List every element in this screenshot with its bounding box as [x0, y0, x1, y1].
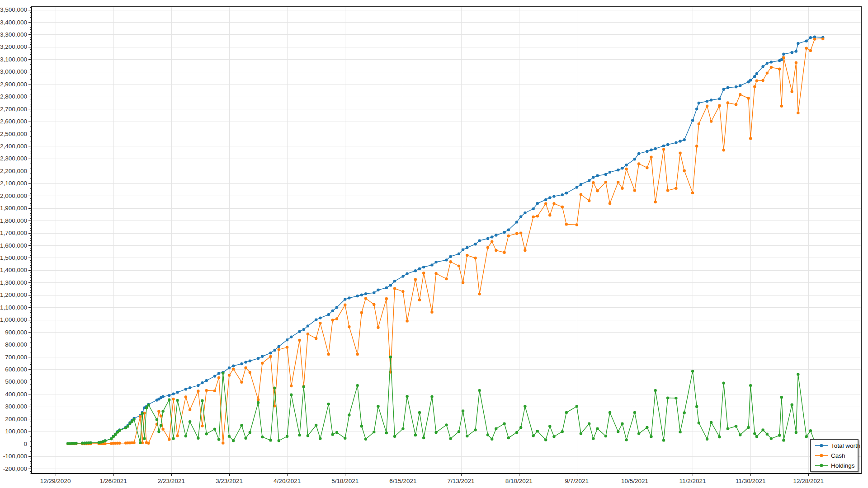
data-point	[766, 71, 769, 74]
data-point	[213, 389, 216, 392]
y-tick-label: 1,800,000	[0, 217, 27, 224]
data-point	[217, 376, 220, 379]
data-point	[257, 398, 259, 401]
data-point	[532, 434, 535, 437]
data-point	[389, 356, 392, 358]
data-point	[609, 202, 611, 205]
data-point	[544, 202, 547, 205]
data-point	[393, 280, 396, 282]
data-point	[679, 431, 681, 433]
data-point	[197, 437, 199, 440]
total-worth-marker-icon	[815, 443, 828, 448]
x-tick-label: 11/2/2021	[679, 478, 706, 484]
data-point	[139, 441, 142, 444]
data-point	[184, 388, 187, 390]
data-point	[596, 189, 599, 192]
y-tick-label: 1,700,000	[0, 230, 27, 236]
data-point	[478, 239, 481, 242]
data-point	[232, 367, 235, 370]
data-point	[625, 438, 627, 441]
data-point	[683, 138, 686, 141]
data-point	[373, 431, 375, 433]
data-point	[466, 254, 468, 257]
data-point	[710, 99, 712, 101]
data-point	[462, 281, 464, 284]
data-point	[486, 237, 489, 240]
data-point	[147, 442, 150, 445]
data-point	[753, 432, 756, 435]
data-point	[795, 431, 797, 434]
data-point	[755, 80, 758, 82]
y-tick-label: 2,000,000	[0, 192, 27, 199]
data-point	[205, 389, 208, 392]
data-point	[261, 436, 264, 438]
portfolio-chart: 3,500,0003,400,0003,300,0003,200,0003,10…	[0, 0, 868, 488]
data-point	[739, 84, 741, 87]
data-point	[278, 345, 280, 348]
data-point	[422, 266, 425, 268]
data-point	[168, 394, 170, 397]
data-point	[466, 246, 468, 249]
data-point	[104, 442, 106, 445]
data-point	[596, 427, 599, 430]
data-point	[662, 148, 665, 150]
data-point	[449, 255, 452, 258]
data-point	[813, 38, 816, 40]
x-tick-label: 5/18/2021	[331, 478, 359, 484]
data-point	[176, 399, 179, 402]
data-point	[621, 167, 623, 169]
data-point	[189, 408, 191, 411]
data-point	[576, 186, 578, 188]
data-point	[377, 405, 379, 408]
y-tick-label: 800,000	[5, 341, 27, 348]
data-point	[189, 386, 191, 389]
data-point	[222, 441, 224, 444]
data-point	[176, 434, 179, 437]
data-point	[331, 319, 334, 321]
data-point	[753, 85, 756, 88]
data-point	[821, 38, 824, 40]
data-point	[646, 150, 648, 153]
legend-item-holdings: Holdings	[811, 461, 858, 470]
data-point	[552, 202, 555, 205]
data-point	[286, 338, 288, 341]
data-point	[201, 424, 203, 427]
data-point	[753, 75, 756, 78]
data-point	[418, 267, 421, 270]
data-point	[168, 399, 170, 401]
data-point	[675, 187, 677, 190]
y-tick-label: 3,100,000	[0, 56, 27, 63]
data-point	[302, 328, 305, 331]
data-point	[75, 442, 77, 445]
data-point	[621, 187, 623, 190]
data-point	[507, 229, 510, 231]
y-tick-label: 3,300,000	[0, 31, 27, 38]
y-tick-label: 3,200,000	[0, 43, 27, 50]
data-point	[503, 251, 505, 254]
data-point	[650, 149, 652, 151]
data-point	[401, 275, 404, 277]
data-point	[524, 211, 526, 214]
data-point	[617, 430, 619, 433]
data-point	[261, 362, 264, 365]
data-point	[278, 439, 280, 442]
data-point	[735, 103, 737, 106]
data-point	[809, 429, 812, 432]
y-tick-label: -100,000	[3, 453, 27, 460]
data-point	[544, 438, 547, 441]
data-point	[430, 311, 433, 314]
data-point	[157, 410, 160, 413]
data-point	[698, 422, 700, 424]
data-point	[360, 294, 363, 296]
data-point	[197, 389, 199, 392]
gridlines	[32, 7, 861, 474]
y-tick-label: 2,400,000	[0, 143, 27, 150]
data-point	[797, 112, 799, 114]
series-line	[68, 357, 823, 444]
data-point	[319, 316, 321, 319]
y-tick-label: 1,500,000	[0, 254, 27, 261]
data-point	[576, 405, 578, 408]
y-tick-label: 2,200,000	[0, 168, 27, 174]
series-line	[68, 37, 823, 444]
data-point	[495, 234, 497, 236]
